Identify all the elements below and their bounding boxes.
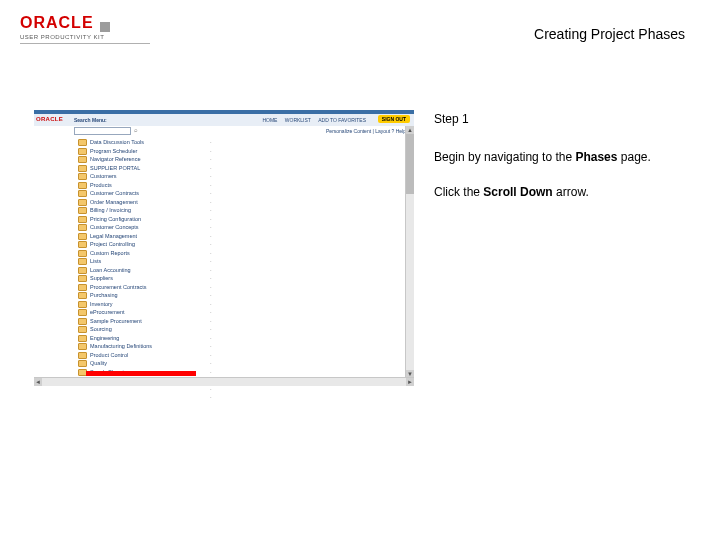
folder-label: Quality	[90, 360, 107, 366]
folder-row[interactable]: Procurement Contracts	[78, 283, 214, 292]
nav-link-favorites[interactable]: ADD TO FAVORITES	[318, 117, 366, 123]
expand-marker[interactable]: ·	[210, 215, 212, 224]
folder-icon	[78, 318, 87, 325]
folder-row[interactable]: Order Management	[78, 198, 214, 207]
instruction-panel: Step 1 Begin by navigating to the Phases…	[434, 112, 690, 201]
expand-marker[interactable]: ·	[210, 223, 212, 232]
folder-row[interactable]: Engineering	[78, 334, 214, 343]
horizontal-scrollbar[interactable]: ◄ ►	[34, 377, 414, 386]
expand-marker[interactable]: ·	[210, 325, 212, 334]
expand-marker[interactable]: ·	[210, 274, 212, 283]
scroll-thumb[interactable]	[406, 134, 414, 194]
expand-marker[interactable]: ·	[210, 232, 212, 241]
expand-marker[interactable]: ·	[210, 266, 212, 275]
expand-marker[interactable]: ·	[210, 147, 212, 156]
expand-marker[interactable]: ·	[210, 291, 212, 300]
folder-row[interactable]: Navigator Reference	[78, 155, 214, 164]
step-label: Step 1	[434, 112, 690, 128]
expand-marker[interactable]: ·	[210, 368, 212, 377]
folder-row[interactable]: Quality	[78, 359, 214, 368]
folder-row[interactable]: SUPPLIER PORTAL	[78, 164, 214, 173]
folder-row[interactable]: Project Controlling	[78, 240, 214, 249]
folder-label: Custom Reports	[90, 250, 130, 256]
folder-row[interactable]: Pricing Configuration	[78, 215, 214, 224]
folder-icon	[78, 301, 87, 308]
app-brand: ORACLE	[36, 116, 63, 122]
line2-post: arrow.	[553, 185, 589, 199]
expand-marker[interactable]: ·	[210, 155, 212, 164]
folder-row[interactable]: Manufacturing Definitions	[78, 342, 214, 351]
expand-marker[interactable]: ·	[210, 308, 212, 317]
expand-marker[interactable]: ·	[210, 181, 212, 190]
folder-row[interactable]: Custom Reports	[78, 249, 214, 258]
folder-icon	[78, 343, 87, 350]
scroll-right-arrow-icon[interactable]: ►	[406, 378, 414, 386]
expand-marker[interactable]: ·	[210, 189, 212, 198]
expand-marker[interactable]: ·	[210, 283, 212, 292]
folder-icon	[78, 284, 87, 291]
folder-row[interactable]: Products	[78, 181, 214, 190]
folder-row[interactable]: Billing / Invoicing	[78, 206, 214, 215]
expand-marker[interactable]: ·	[210, 206, 212, 215]
brand-word: ORACLE	[20, 14, 94, 32]
folder-row[interactable]: Customers	[78, 172, 214, 181]
folder-label: Navigator Reference	[90, 156, 140, 162]
expand-marker[interactable]: ·	[210, 198, 212, 207]
expand-marker[interactable]: ·	[210, 334, 212, 343]
brand-square-icon	[100, 22, 110, 32]
vertical-scrollbar[interactable]: ▲ ▼	[405, 126, 414, 378]
folder-row[interactable]: Inventory	[78, 300, 214, 309]
folder-icon	[78, 258, 87, 265]
expand-marker[interactable]: ·	[210, 351, 212, 360]
expand-marker[interactable]: ·	[210, 164, 212, 173]
folder-label: Program Scheduler	[90, 148, 137, 154]
expand-marker[interactable]: ·	[210, 172, 212, 181]
folder-icon	[78, 241, 87, 248]
folder-label: Products	[90, 182, 112, 188]
nav-link-worklist[interactable]: WORKLIST	[285, 117, 311, 123]
folder-label: Data Discussion Tools	[90, 139, 144, 145]
folder-row[interactable]: Purchasing	[78, 291, 214, 300]
folder-row[interactable]: Customer Contracts	[78, 189, 214, 198]
scroll-left-arrow-icon[interactable]: ◄	[34, 378, 42, 386]
folder-icon	[78, 139, 87, 146]
embedded-app: ORACLE Search Menu: HOME WORKLIST ADD TO…	[34, 110, 414, 386]
folder-icon	[78, 173, 87, 180]
expand-marker[interactable]: ·	[210, 317, 212, 326]
expand-marker[interactable]: ·	[210, 393, 212, 402]
folder-row[interactable]: Data Discussion Tools	[78, 138, 214, 147]
folder-row[interactable]: Product Control	[78, 351, 214, 360]
line1-bold: Phases	[575, 150, 617, 164]
search-icon[interactable]: ⌕	[134, 127, 138, 133]
expand-marker[interactable]: ·	[210, 300, 212, 309]
folder-icon	[78, 250, 87, 257]
expand-marker[interactable]: ·	[210, 138, 212, 147]
instruction-line-1: Begin by navigating to the Phases page.	[434, 150, 690, 166]
expand-marker[interactable]: ·	[210, 249, 212, 258]
folder-icon	[78, 207, 87, 214]
folder-row[interactable]: Sample Procurement	[78, 317, 214, 326]
folder-icon	[78, 233, 87, 240]
folder-row[interactable]: Sourcing	[78, 325, 214, 334]
folder-row[interactable]: Legal Management	[78, 232, 214, 241]
folder-row[interactable]: Loan Accounting	[78, 266, 214, 275]
folder-row[interactable]: eProcurement	[78, 308, 214, 317]
expand-marker[interactable]: ·	[210, 240, 212, 249]
folder-label: Customers	[90, 173, 117, 179]
brand-tagline: USER PRODUCTIVITY KIT	[20, 34, 180, 40]
scroll-up-arrow-icon[interactable]: ▲	[406, 126, 414, 134]
folder-row[interactable]: Program Scheduler	[78, 147, 214, 156]
expand-marker[interactable]: ·	[210, 257, 212, 266]
signout-button[interactable]: SIGN OUT	[378, 115, 410, 123]
search-input[interactable]	[74, 127, 131, 135]
folder-list: Data Discussion ToolsProgram SchedulerNa…	[78, 138, 214, 378]
nav-link-home[interactable]: HOME	[262, 117, 277, 123]
expand-marker[interactable]: ·	[210, 342, 212, 351]
folder-label: Customer Concepts	[90, 224, 139, 230]
subbar-right-text[interactable]: Personalize Content | Layout ? Help	[326, 128, 406, 134]
expand-marker[interactable]: ·	[210, 359, 212, 368]
folder-row[interactable]: Suppliers	[78, 274, 214, 283]
folder-row[interactable]: Lists	[78, 257, 214, 266]
brand-underline	[20, 43, 150, 44]
folder-row[interactable]: Customer Concepts	[78, 223, 214, 232]
